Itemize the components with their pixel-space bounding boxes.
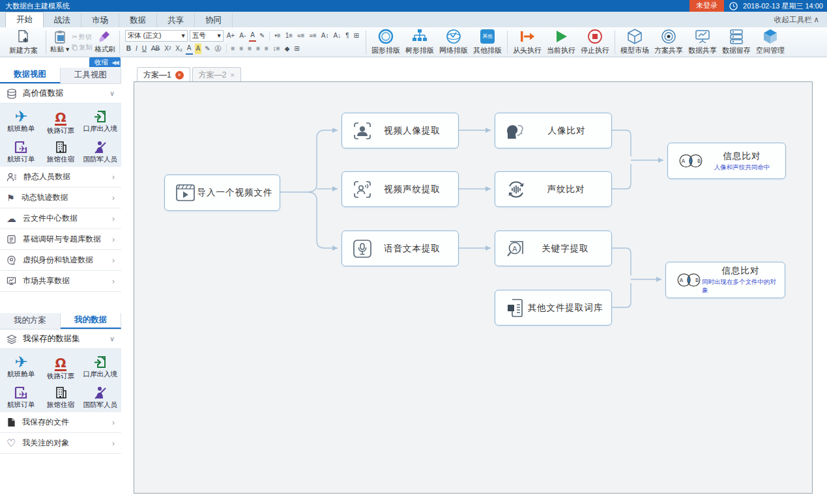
ribbon-tab-data[interactable]: 数据 (119, 13, 157, 27)
my-followed-objects[interactable]: ♡ 我关注的对象› (0, 433, 121, 454)
my-saved-files[interactable]: 我保存的文件› (0, 412, 121, 433)
collapse-toolbar-button[interactable]: 收起工具栏 ∧ (774, 15, 827, 27)
node-voiceprint-compare[interactable]: 声纹比对 (495, 171, 612, 207)
chevron-right-icon: › (112, 235, 115, 244)
node-info-compare-2[interactable]: AB 信息比对 同时出现在多个文件中的对象 (665, 262, 785, 298)
close-tab-icon[interactable]: × (230, 71, 234, 79)
node-video-voiceprint-extract[interactable]: 视频声纹提取 (341, 171, 459, 207)
node-face-compare[interactable]: 人像比对 (495, 113, 612, 148)
cut-button[interactable]: ✂剪切 (72, 33, 92, 42)
align-right-button[interactable]: ≡ (246, 44, 253, 54)
other-layout-button[interactable]: 其他 其他排版 (471, 29, 504, 56)
category-research-library[interactable]: 基础调研与专题库数据› (0, 229, 121, 250)
underline-button[interactable]: U (141, 44, 148, 54)
copy-button[interactable]: 复制 (72, 43, 92, 52)
tree-layout-button[interactable]: 树形排版 (403, 29, 437, 56)
category-virtual-identity[interactable]: 虚拟身份和轨迹数据› (0, 250, 121, 271)
section-my-saved-datasets[interactable]: 我保存的数据集 ∨ (0, 329, 121, 349)
network-layout-button[interactable]: 网络排版 (437, 29, 471, 56)
ribbon-tab-share[interactable]: 共享 (157, 13, 195, 27)
change-case-button[interactable]: A↕ (320, 31, 330, 41)
tab-my-data[interactable]: 我的数据 (61, 313, 121, 329)
dataset-border-entry[interactable]: 口岸出入境 (80, 107, 120, 135)
node-video-face-extract[interactable]: 视频人像提取 (341, 113, 459, 148)
enclose-char-button[interactable]: Ⓐ (214, 44, 223, 54)
run-from-start-button[interactable]: 从头执行 (510, 29, 544, 56)
dataset-hotel-stay[interactable]: 旅馆住宿 (41, 383, 81, 410)
char-shading-button[interactable]: A (249, 30, 256, 42)
section-high-value-data[interactable]: 高价值数据 ∨ (0, 84, 121, 104)
node-speech-text-extract[interactable]: 语音文本提取 (341, 231, 459, 266)
plan-tab-1[interactable]: 方案—1 × (137, 67, 190, 82)
ribbon-tab-start[interactable]: 开始 (5, 12, 44, 27)
table-button[interactable]: ⊞ (353, 31, 360, 41)
outdent-button[interactable]: «≡ (296, 31, 306, 41)
data-retention-button[interactable]: 数据留存 (719, 29, 753, 56)
highlight-button[interactable]: A (195, 44, 202, 54)
dataset-flight-order[interactable]: ✈ 航班订单 (1, 137, 41, 164)
dataset-military-personnel[interactable]: 国防军人员 (80, 383, 120, 410)
node-info-compare-1[interactable]: AB 信息比对 人像和声纹共同命中 (667, 143, 786, 179)
shrink-font-button[interactable]: A- (238, 31, 247, 41)
pen-color-button[interactable]: ✎ (203, 44, 211, 54)
dataset-rail-ticket[interactable]: Ω 铁路订票 (41, 352, 81, 381)
ribbon-tab-tactics[interactable]: 战法 (44, 13, 81, 27)
data-share-button[interactable]: 数据共享 (686, 29, 719, 56)
strikethrough-button[interactable]: AB (150, 44, 161, 54)
category-static-personnel[interactable]: 静态人员数据› (0, 167, 121, 188)
dataset-hotel-stay[interactable]: 旅馆住宿 (41, 137, 81, 164)
circular-layout-button[interactable]: 圆形排版 (369, 29, 403, 56)
align-left-button[interactable]: ≡ (230, 44, 237, 54)
sidebar-collapse-button[interactable]: 收缩 ◀◀ (89, 57, 121, 67)
bold-button[interactable]: B (125, 44, 132, 54)
font-color-button[interactable]: A (186, 43, 193, 55)
subscript-button[interactable]: X₂ (174, 44, 184, 54)
new-plan-button[interactable]: 新建方案 (4, 29, 43, 56)
format-painter-button[interactable]: 格式刷 (94, 30, 115, 54)
shading-fill-button[interactable]: ◆ (283, 44, 291, 54)
font-size-select[interactable]: 五号▾ (190, 30, 224, 42)
tab-data-view[interactable]: 数据视图 (0, 68, 61, 83)
node-other-files-lexicon[interactable]: 其他文件提取词库 (495, 290, 612, 326)
plan-share-button[interactable]: 方案共享 (652, 29, 686, 56)
plan-tab-2[interactable]: 方案—2 × (192, 67, 241, 82)
close-tab-icon[interactable]: × (175, 71, 184, 79)
bullet-list-button[interactable]: •≡ (273, 31, 282, 41)
ribbon-tab-collab[interactable]: 协同 (195, 13, 233, 27)
justify-button[interactable]: ≡ (255, 44, 261, 54)
paste-button[interactable]: 粘贴 ▾ (50, 30, 69, 54)
space-management-button[interactable]: 空间管理 (753, 29, 787, 56)
superscript-button[interactable]: X² (163, 44, 172, 54)
distribute-button[interactable]: ≡ (263, 44, 270, 54)
font-family-select[interactable]: 宋体 (正文)▾ (125, 30, 188, 42)
align-center-button[interactable]: ≡ (238, 44, 244, 54)
model-market-button[interactable]: 模型市场 (618, 29, 652, 56)
italic-button[interactable]: I (134, 44, 139, 54)
numbered-list-button[interactable]: 1≡ (284, 31, 294, 41)
indent-button[interactable]: »≡ (308, 31, 317, 41)
tab-tool-view[interactable]: 工具视图 (61, 68, 121, 83)
node-keyword-extract[interactable]: A 关键字提取 (495, 231, 612, 266)
category-dynamic-trajectory[interactable]: ⚑ 动态轨迹数据› (0, 188, 121, 208)
dataset-flight-order[interactable]: ✈ 航班订单 (1, 383, 41, 410)
sort-button[interactable]: A↓ (332, 31, 343, 41)
workflow-canvas[interactable]: 导入一个视频文件 视频人像提取 视频声纹提取 语音文本提取 (134, 81, 813, 494)
borders-button[interactable]: ⊞ (293, 44, 300, 54)
dataset-rail-ticket[interactable]: Ω 铁路订票 (41, 107, 81, 135)
stop-run-button[interactable]: 停止执行 (578, 29, 612, 56)
node-import-video[interactable]: 导入一个视频文件 (164, 175, 280, 211)
dataset-border-entry[interactable]: 口岸出入境 (80, 352, 120, 381)
login-status-badge[interactable]: 未登录 (689, 0, 724, 12)
dataset-military-personnel[interactable]: 国防军人员 (80, 137, 120, 164)
dataset-flight-manifest[interactable]: ✈ 航班舱单 (1, 352, 41, 381)
category-market-shared[interactable]: 市场共享数据› (0, 271, 121, 292)
run-current-button[interactable]: 当前执行 (544, 29, 578, 56)
tab-my-plans[interactable]: 我的方案 (0, 313, 61, 329)
line-spacing-button[interactable]: ↕≡ (272, 44, 282, 54)
category-cloud-files[interactable]: ☁ 云文件中心数据› (0, 208, 121, 229)
dataset-flight-manifest[interactable]: ✈ 航班舱单 (1, 107, 41, 135)
pilcrow-button[interactable]: ¶ (344, 31, 350, 41)
ribbon-tab-market[interactable]: 市场 (81, 13, 119, 27)
grow-font-button[interactable]: A+ (225, 31, 237, 41)
wand-button[interactable]: ✎ (258, 31, 266, 41)
